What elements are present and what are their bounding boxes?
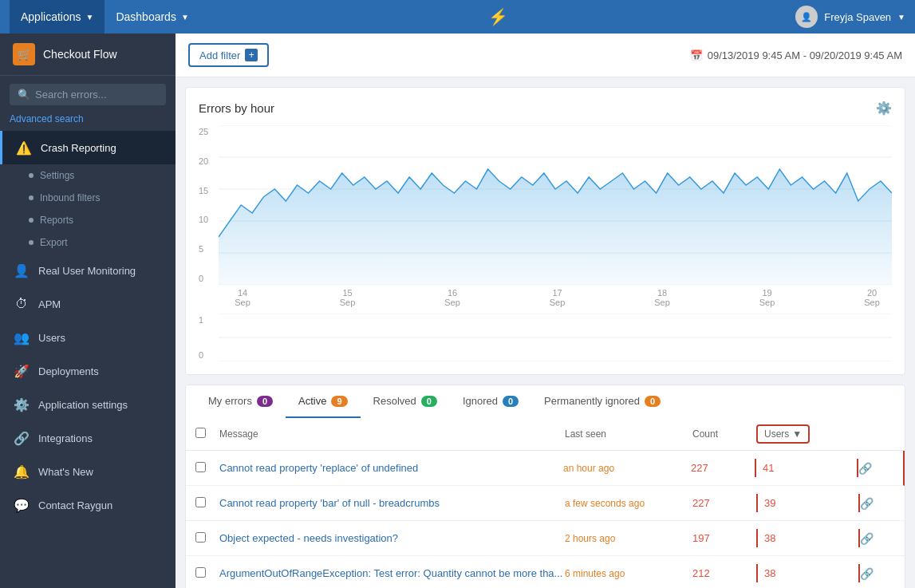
row-1-checkbox[interactable] (195, 462, 206, 472)
tab-my-errors[interactable]: My errors 0 (195, 385, 286, 418)
row-4-message[interactable]: ArgumentOutOfRangeException: Test error:… (219, 567, 565, 579)
table-row: ArgumentOutOfRangeException: Test error:… (186, 556, 905, 588)
row-2-message[interactable]: Cannot read property 'bar' of null - bre… (219, 497, 565, 509)
crash-reporting-icon: ⚠️ (15, 139, 33, 156)
x-label-18sep: 18Sep (642, 288, 682, 307)
user-name: Freyja Spaven (824, 11, 891, 23)
x-label-14sep: 14Sep (223, 288, 262, 307)
row-checkbox (195, 462, 219, 475)
tab-ignored[interactable]: Ignored 0 (450, 385, 531, 418)
tab-permanently-ignored[interactable]: Permanently ignored 0 (531, 385, 673, 418)
row-3-count: 197 (692, 532, 756, 544)
add-filter-label: Add filter (199, 49, 240, 61)
calendar-icon: 📅 (690, 49, 703, 61)
chart-svg-wrapper (219, 125, 892, 285)
chain-icon[interactable]: 🔗 (860, 567, 895, 580)
header-last-seen: Last seen (565, 428, 692, 440)
tab-resolved-badge: 0 (421, 396, 437, 407)
sidebar-item-integrations[interactable]: 🔗 Integrations (0, 421, 176, 455)
users-dropdown[interactable]: Users ▼ (756, 424, 810, 444)
add-filter-button[interactable]: Add filter + (188, 43, 269, 67)
integrations-icon: 🔗 (13, 429, 30, 447)
sidebar-sub-reports[interactable]: Reports (0, 209, 176, 231)
dot-icon (29, 173, 34, 178)
dashboards-nav-button[interactable]: Dashboards ▼ (105, 0, 199, 34)
applications-nav-button[interactable]: Applications ▼ (10, 0, 105, 34)
dot-icon (29, 218, 34, 223)
lower-y-axis: 0 1 (199, 314, 219, 361)
sub-item-label: Inbound filters (40, 192, 100, 203)
sidebar-item-users[interactable]: 👥 Users (0, 321, 176, 354)
chain-icon[interactable]: 🔗 (860, 497, 895, 510)
sidebar-item-deployments[interactable]: 🚀 Deployments (0, 354, 176, 388)
sidebar: 🛒 Checkout Flow 🔍 Advanced search ⚠️ Cra… (0, 34, 176, 588)
x-axis-labels: 14Sep 15Sep 16Sep 17Sep 18Sep 19Sep 20Se… (199, 288, 892, 307)
tabs-section: My errors 0 Active 9 Resolved 0 Ignored … (185, 385, 905, 418)
avatar: 👤 (795, 6, 818, 28)
row-3-users: 38 (756, 529, 860, 547)
nav-right: 👤 Freyja Spaven ▼ (795, 6, 905, 28)
lightning-icon[interactable]: ⚡ (488, 7, 508, 26)
users-dropdown-label: Users (764, 428, 789, 440)
sidebar-item-rum[interactable]: 👤 Real User Monitoring (0, 254, 176, 287)
search-box[interactable]: 🔍 (10, 84, 166, 105)
x-label-15sep: 15Sep (328, 288, 368, 307)
chart-container: 0 5 10 15 20 25 (199, 125, 892, 285)
rum-icon: 👤 (13, 262, 30, 279)
nav-center: ⚡ (200, 7, 795, 26)
row-2-checkbox[interactable] (195, 497, 206, 507)
chain-icon[interactable]: 🔗 (860, 532, 895, 545)
sidebar-item-apm[interactable]: ⏱ APM (0, 287, 176, 321)
row-1-last-seen: an hour ago (563, 463, 691, 474)
x-label-20sep: 20Sep (852, 288, 892, 307)
sidebar-app-header: 🛒 Checkout Flow (0, 34, 176, 76)
row-4-users: 38 (756, 564, 860, 582)
table-row: Object expected - needs investigation? 2… (186, 521, 905, 556)
sub-item-label: Reports (40, 215, 73, 226)
gear-icon[interactable]: ⚙️ (876, 101, 892, 116)
sidebar-sub-export[interactable]: Export (0, 231, 176, 254)
search-input[interactable] (35, 89, 158, 101)
sidebar-item-label: Crash Reporting (41, 142, 116, 154)
nav-left: Applications ▼ Dashboards ▼ (10, 0, 200, 34)
advanced-search-link[interactable]: Advanced search (0, 113, 176, 131)
deployments-icon: 🚀 (13, 362, 30, 380)
row-checkbox (195, 497, 219, 510)
sidebar-item-whats-new[interactable]: 🔔 What's New (0, 455, 176, 488)
y-axis-labels: 0 5 10 15 20 25 (199, 125, 219, 285)
table-row: Cannot read property 'replace' of undefi… (186, 451, 905, 486)
applications-label: Applications (21, 10, 81, 23)
sidebar-sub-settings[interactable]: Settings (0, 164, 176, 187)
sidebar-item-crash-reporting[interactable]: ⚠️ Crash Reporting (0, 131, 176, 164)
dot-icon (29, 195, 34, 200)
apm-icon: ⏱ (13, 295, 30, 313)
sidebar-item-app-settings[interactable]: ⚙️ Application settings (0, 388, 176, 421)
date-range: 📅 09/13/2019 9:45 AM - 09/20/2019 9:45 A… (690, 49, 902, 61)
sub-item-label: Export (40, 237, 68, 248)
tab-resolved[interactable]: Resolved 0 (361, 385, 450, 418)
row-1-message[interactable]: Cannot read property 'replace' of undefi… (219, 462, 563, 474)
chain-icon[interactable]: 🔗 (858, 462, 893, 475)
lower-chart-svg (219, 314, 892, 361)
tab-my-errors-badge: 0 (257, 396, 273, 407)
sidebar-item-label: Application settings (38, 399, 128, 411)
lower-svg (219, 314, 892, 361)
tab-ignored-badge: 0 (503, 396, 519, 407)
row-3-last-seen: 2 hours ago (565, 533, 692, 544)
sidebar-item-label: What's New (38, 466, 93, 478)
date-range-text: 09/13/2019 9:45 AM - 09/20/2019 9:45 AM (708, 49, 902, 61)
row-4-checkbox[interactable] (195, 567, 206, 578)
row-3-message[interactable]: Object expected - needs investigation? (219, 532, 565, 544)
sidebar-sub-inbound[interactable]: Inbound filters (0, 187, 176, 209)
search-icon: 🔍 (18, 89, 30, 101)
row-3-checkbox[interactable] (195, 532, 206, 543)
table-header: Message Last seen Count Users ▼ (186, 418, 905, 451)
contact-icon: 💬 (13, 496, 30, 514)
tab-active[interactable]: Active 9 (286, 385, 361, 418)
row-checkbox (195, 567, 219, 580)
tab-permanently-ignored-label: Permanently ignored (544, 395, 640, 407)
sidebar-item-contact[interactable]: 💬 Contact Raygun (0, 488, 176, 522)
users-icon: 👥 (13, 329, 30, 346)
select-all-checkbox[interactable] (195, 428, 206, 438)
app-icon: 🛒 (13, 43, 35, 65)
